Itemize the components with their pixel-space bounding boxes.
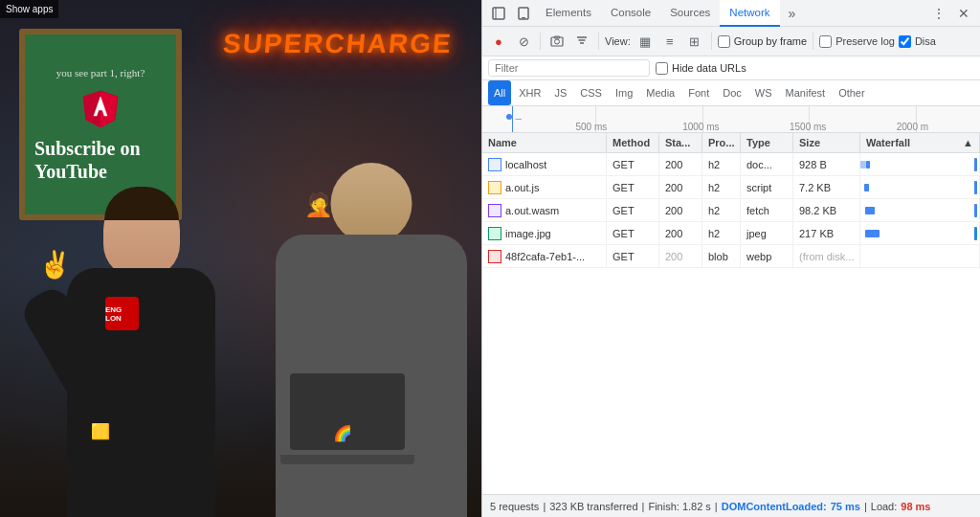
- close-icon[interactable]: ✕: [952, 2, 975, 25]
- sort-arrow-icon: ▲: [963, 137, 973, 148]
- dom-content-time: 75 ms: [831, 501, 860, 512]
- hide-data-urls-option[interactable]: Hide data URLs: [656, 62, 746, 75]
- divider-1: |: [543, 501, 546, 512]
- disable-cache-checkbox[interactable]: [899, 35, 911, 48]
- type-tab-other[interactable]: Other: [833, 80, 871, 105]
- transferred-size: 323 KB transferred: [549, 501, 637, 512]
- dom-content-label[interactable]: DOMContentLoaded:: [722, 501, 827, 512]
- col-header-method[interactable]: Method: [607, 133, 659, 152]
- cell-status-2: 200: [659, 199, 702, 221]
- col-header-name[interactable]: Name: [482, 133, 607, 152]
- cell-status-4: 200: [659, 245, 702, 267]
- tab-network[interactable]: Network: [720, 0, 779, 27]
- type-tab-js[interactable]: JS: [548, 80, 572, 105]
- hide-data-urls-label: Hide data URLs: [672, 62, 746, 74]
- toolbar-divider-4: [813, 33, 813, 50]
- video-panel: SUPERCHARGE you see part 1, right? Subsc…: [0, 0, 481, 517]
- cell-size-3: 217 KB: [793, 222, 860, 244]
- filter-toggle-button[interactable]: [571, 31, 592, 52]
- table-row[interactable]: 48f2cafa-7eb1-... GET 200 blob webp (fro…: [482, 245, 980, 268]
- type-tab-all[interactable]: All: [488, 80, 511, 105]
- grid-view-button[interactable]: ▦: [635, 31, 656, 52]
- type-tab-media[interactable]: Media: [640, 80, 680, 105]
- type-tab-css[interactable]: CSS: [574, 80, 608, 105]
- svg-rect-4: [493, 8, 504, 19]
- devtools-panel: Elements Console Sources Network » ⋮ ✕ ●…: [481, 0, 980, 517]
- preserve-log-checkbox[interactable]: [819, 35, 832, 48]
- type-tab-doc[interactable]: Doc: [717, 80, 747, 105]
- cell-size-1: 7.2 KB: [793, 176, 860, 198]
- timeline-mark-1500: 1500 ms: [790, 122, 826, 132]
- tab-console[interactable]: Console: [601, 0, 660, 27]
- cell-status-0: 200: [659, 153, 702, 175]
- divider-2: |: [642, 501, 645, 512]
- cell-protocol-1: h2: [702, 176, 741, 198]
- type-tab-manifest[interactable]: Manifest: [780, 80, 832, 105]
- device-icon[interactable]: [512, 2, 535, 25]
- table-row[interactable]: localhost GET 200 h2 doc... 928 B: [482, 153, 980, 176]
- row-icon-4: [488, 250, 501, 263]
- settings-icon[interactable]: ⋮: [927, 2, 950, 25]
- cell-protocol-3: h2: [702, 222, 741, 244]
- chalk-subscribe: Subscribe on YouTube: [34, 137, 167, 183]
- cell-protocol-2: h2: [702, 199, 741, 221]
- cell-status-3: 200: [659, 222, 702, 244]
- timeline-mark-2000: 2000 m: [897, 122, 928, 132]
- divider-4: |: [864, 501, 867, 512]
- row-icon-0: [488, 158, 501, 171]
- show-apps-button[interactable]: Show apps: [0, 0, 58, 18]
- view-label: View:: [605, 35, 631, 47]
- grouped-view-button[interactable]: ⊞: [684, 31, 705, 52]
- col-header-type[interactable]: Type: [741, 133, 793, 152]
- network-toolbar: ● ⊘ View: ▦ ≡ ⊞ Group by frame Preserve …: [482, 27, 980, 56]
- group-by-frame-checkbox[interactable]: [718, 35, 730, 48]
- hide-data-urls-checkbox[interactable]: [656, 62, 668, 75]
- cell-method-4: GET: [607, 245, 659, 267]
- divider-3: |: [715, 501, 718, 512]
- cell-size-2: 98.2 KB: [793, 199, 860, 221]
- cell-waterfall-4: [860, 245, 980, 267]
- type-filter-row: All XHR JS CSS Img Media Font Doc WS Man…: [482, 80, 980, 106]
- col-header-waterfall[interactable]: Waterfall ▲: [860, 133, 980, 152]
- col-header-status[interactable]: Sta...: [659, 133, 702, 152]
- type-tab-ws[interactable]: WS: [749, 80, 778, 105]
- type-tab-font[interactable]: Font: [682, 80, 715, 105]
- table-row[interactable]: a.out.js GET 200 h2 script 7.2 KB: [482, 176, 980, 199]
- cell-waterfall-1: [860, 176, 980, 198]
- list-view-button[interactable]: ≡: [659, 31, 680, 52]
- cell-waterfall-0: [860, 153, 980, 175]
- load-label: Load:: [871, 501, 898, 512]
- disable-cache-label: Disa: [915, 35, 936, 47]
- col-header-protocol[interactable]: Pro...: [702, 133, 741, 152]
- cell-method-1: GET: [607, 176, 659, 198]
- stop-button[interactable]: ⊘: [513, 31, 534, 52]
- table-row[interactable]: image.jpg GET 200 h2 jpeg 217 KB: [482, 222, 980, 245]
- devtools-tabs-bar: Elements Console Sources Network » ⋮ ✕: [482, 0, 980, 27]
- tab-elements[interactable]: Elements: [536, 0, 601, 27]
- cell-type-2: fetch: [741, 199, 793, 221]
- more-tabs-icon[interactable]: »: [781, 2, 804, 25]
- group-by-frame-label[interactable]: Group by frame: [734, 35, 807, 47]
- cell-waterfall-3: [860, 222, 980, 244]
- video-placeholder: SUPERCHARGE you see part 1, right? Subsc…: [0, 0, 481, 517]
- type-tab-img[interactable]: Img: [610, 80, 638, 105]
- network-table[interactable]: Name Method Sta... Pro... Type Size Wate…: [482, 133, 980, 494]
- cell-method-3: GET: [607, 222, 659, 244]
- record-button[interactable]: ●: [488, 31, 509, 52]
- filter-input-wrap: [488, 59, 650, 77]
- status-bar: 5 requests | 323 KB transferred | Finish…: [482, 494, 980, 517]
- cell-type-3: jpeg: [741, 222, 793, 244]
- filter-row: Hide data URLs: [482, 56, 980, 80]
- filter-input[interactable]: [495, 62, 643, 74]
- inspect-icon[interactable]: [487, 2, 510, 25]
- cell-method-2: GET: [607, 199, 659, 221]
- cell-type-4: webp: [741, 245, 793, 267]
- waterfall-timeline: 500 ms 1000 ms 1500 ms 2000 m ─: [482, 106, 980, 133]
- camera-button[interactable]: [546, 31, 568, 52]
- chalk-text-1: you see part 1, right?: [56, 66, 145, 80]
- tab-sources[interactable]: Sources: [660, 0, 720, 27]
- table-row[interactable]: a.out.wasm GET 200 h2 fetch 98.2 KB: [482, 199, 980, 222]
- cell-waterfall-2: [860, 199, 980, 221]
- col-header-size[interactable]: Size: [793, 133, 860, 152]
- type-tab-xhr[interactable]: XHR: [513, 80, 546, 105]
